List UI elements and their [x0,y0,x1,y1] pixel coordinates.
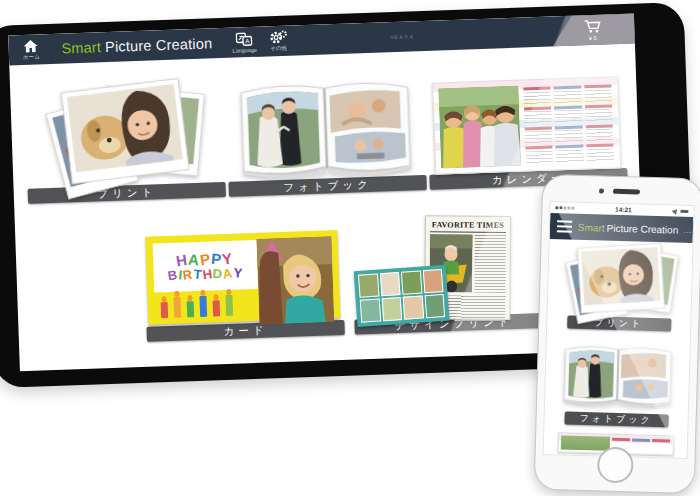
phone-speaker [613,189,640,195]
calendar-month-block [525,146,553,164]
candle-art [161,302,169,318]
calendar-month-block [585,124,613,142]
calendar-card-art [432,76,621,174]
candle-art [187,301,195,317]
phone-tile-print[interactable]: プリント [555,244,685,332]
birthday-letter: Y [233,266,244,280]
collage-photo [422,269,443,293]
print-artwork [24,84,225,187]
phone-app-header: SmartPicture Creation … お店印刷 [550,213,694,243]
candle-art [199,296,207,317]
phone-product-list: プリント [544,239,693,458]
phone-camera-dot [599,188,604,193]
version-text: V8.4.0.4 [390,33,413,40]
app-title-rest: Picture Creation [105,35,213,55]
collage-photo [360,298,381,322]
calendar-month-block [555,125,583,143]
collage-photo [358,274,379,298]
tile-card[interactable]: HAPPY BIRTHDAY [143,228,345,342]
collage-photo [403,295,424,319]
menu-button[interactable] [555,218,574,235]
candle-art [225,295,233,316]
candle-art [173,297,181,318]
newspaper-title: FAVORITE TIMES [430,220,506,230]
cart-button[interactable]: ¥ 0 [550,14,635,47]
newspaper-text-columns [474,235,505,293]
tile-calendar[interactable]: カレンダー [426,70,628,190]
phone-photobook-art [557,333,677,415]
birthday-girl-photo [257,236,335,324]
birthday-text-panel: HAPPY BIRTHDAY [153,240,258,293]
calendar-month-block [554,105,582,123]
tile-photobook[interactable]: フォトブック [225,77,427,197]
phone-home-button[interactable] [596,446,633,483]
calendar-month-block [556,145,584,163]
calendar-month-block [584,84,612,102]
cart-amount: ¥ 0 [589,35,597,41]
overflow-icon: … [683,225,691,234]
calendar-month-block [586,144,614,162]
collage-photo [424,294,445,318]
newspaper-rule [430,231,506,233]
home-icon [23,39,39,53]
home-button[interactable]: ホーム [22,34,40,65]
phone-screen: 14:21 SmartPicture Creation … [543,201,695,459]
phone-device: 14:21 SmartPicture Creation … [534,174,700,494]
phone-print-artwork [560,244,680,315]
more-settings-button[interactable]: その他 [268,26,288,57]
collage-photo [379,272,400,296]
collage-photo [381,297,402,321]
gear-icon [268,30,287,45]
phone-app-title-rest: Picture Creation [606,222,678,235]
phone-print-stack-art [560,242,680,320]
phone-app-title-accent: Smart [578,221,605,233]
collage-print-art [354,265,450,327]
designprint-artwork: FAVORITE TIMES [351,221,552,318]
battery-icon [680,209,688,213]
phone-photobook-artwork [557,336,677,411]
candle-art [213,300,221,316]
signal-dots-icon [555,206,574,209]
print-stack-art [24,78,226,190]
birthday-text-line2: BIRTHDAY [168,266,244,282]
calendar-month-block [524,106,552,124]
calendar-family-photo [438,86,521,169]
tile-designprint[interactable]: FAVORITE TIMES [351,221,553,335]
photobook-art [225,71,427,183]
product-grid-row-1: プリント [9,44,639,205]
app-title: SmartPicture Creation [61,35,212,56]
phone-app-title: SmartPicture Creation [578,221,679,235]
page-background: ホーム SmartPicture Creation A Language [0,0,700,496]
card-artwork: HAPPY BIRTHDAY [143,228,344,325]
app-title-accent: Smart [61,39,101,56]
phone-calendar-photo [560,435,610,450]
status-time: 14:21 [574,205,672,215]
collage-photo [401,271,422,295]
tile-print[interactable]: プリント [24,84,226,204]
cart-icon [583,19,603,35]
more-settings-label: その他 [270,45,287,53]
status-right-icons [672,208,688,213]
language-icon: A [236,31,253,46]
language-button[interactable]: A Language [232,27,258,58]
location-icon [672,207,680,215]
photobook-artwork [225,77,426,180]
calendar-months-grid [522,82,615,165]
home-label: ホーム [23,53,40,61]
calendar-month-block [554,85,582,103]
phone-tile-photobook[interactable]: フォトブック [552,336,682,428]
language-label: Language [232,46,257,53]
candles-art [156,292,257,318]
calendar-month-block [585,104,613,122]
birthday-card-art: HAPPY BIRTHDAY [145,230,340,325]
calendar-month-block [523,87,551,105]
calendar-artwork [426,70,627,173]
calendar-month-block [525,126,553,144]
